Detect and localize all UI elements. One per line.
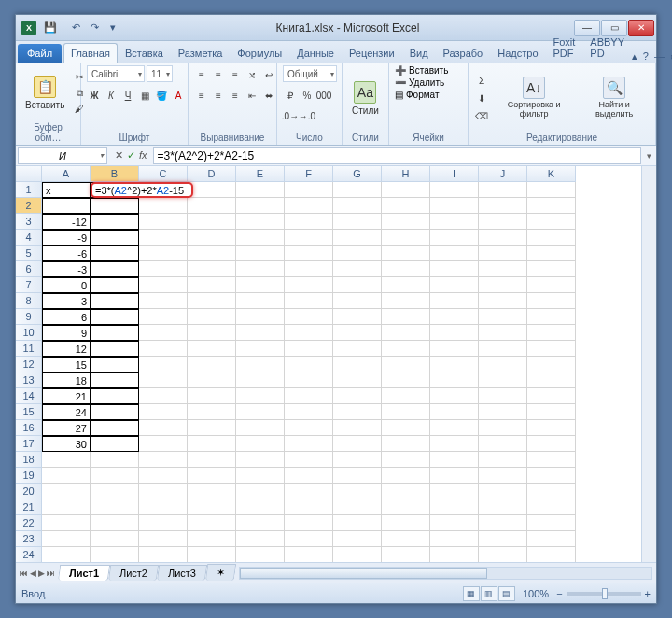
cell-B2[interactable] (91, 198, 139, 214)
cell-I1[interactable] (430, 182, 479, 198)
cell-A14[interactable]: 21 (42, 388, 91, 404)
cell-D17[interactable] (188, 436, 236, 452)
cell-A2[interactable] (42, 198, 91, 214)
cell-H13[interactable] (382, 372, 430, 388)
cell-I21[interactable] (430, 499, 479, 515)
cell-I15[interactable] (430, 404, 479, 420)
col-header-B[interactable]: B (91, 166, 139, 182)
cell-F19[interactable] (285, 468, 333, 484)
cell-G8[interactable] (333, 293, 382, 309)
find-select-button[interactable]: 🔍 Найти и выделить (579, 75, 650, 121)
cell-I5[interactable] (430, 246, 479, 261)
cell-G6[interactable] (333, 261, 382, 277)
cell-B21[interactable] (91, 499, 139, 515)
qat-redo[interactable]: ↷ (86, 20, 103, 36)
cell-G12[interactable] (333, 357, 382, 372)
cell-A3[interactable]: -12 (42, 214, 91, 230)
row-header-5[interactable]: 5 (16, 246, 42, 261)
cell-G22[interactable] (333, 515, 382, 531)
cell-F16[interactable] (285, 420, 333, 436)
cell-C21[interactable] (139, 499, 188, 515)
row-header-22[interactable]: 22 (16, 515, 42, 531)
formula-input[interactable]: =3*(A2^2)+2*A2-15 (153, 147, 641, 164)
number-format-combo[interactable]: Общий (283, 65, 337, 82)
cell-A18[interactable] (42, 452, 91, 468)
cell-I24[interactable] (430, 547, 479, 562)
cell-A8[interactable]: 3 (42, 293, 91, 309)
tab-data[interactable]: Данные (289, 43, 342, 63)
cell-H20[interactable] (382, 484, 430, 499)
cell-E9[interactable] (236, 309, 285, 325)
font-name-combo[interactable]: Calibri (87, 65, 145, 82)
cell-J1[interactable] (479, 182, 527, 198)
cell-H15[interactable] (382, 404, 430, 420)
col-header-E[interactable]: E (236, 166, 285, 182)
cell-F23[interactable] (285, 531, 333, 547)
orientation-icon[interactable]: ⤭ (245, 67, 259, 82)
cell-H21[interactable] (382, 499, 430, 515)
col-header-I[interactable]: I (430, 166, 479, 182)
cell-J11[interactable] (479, 341, 527, 357)
cell-C5[interactable] (139, 246, 188, 261)
cell-C15[interactable] (139, 404, 188, 420)
cell-D9[interactable] (188, 309, 236, 325)
cell-E18[interactable] (236, 452, 285, 468)
fill-color-button[interactable]: 🪣 (154, 88, 169, 103)
sheet-tab-3[interactable]: Лист3 (157, 565, 207, 581)
cell-B5[interactable] (91, 246, 139, 261)
view-layout-icon[interactable]: ▥ (481, 586, 497, 601)
cell-E4[interactable] (236, 230, 285, 246)
help-icon[interactable]: ? (643, 50, 649, 63)
row-header-23[interactable]: 23 (16, 531, 42, 547)
sheet-tab-1[interactable]: Лист1 (58, 565, 110, 581)
cell-F7[interactable] (285, 277, 333, 293)
cell-D5[interactable] (188, 246, 236, 261)
cell-C17[interactable] (139, 436, 188, 452)
cell-I11[interactable] (430, 341, 479, 357)
formula-enter-icon[interactable]: ✓ (127, 149, 135, 162)
cell-A23[interactable] (42, 531, 91, 547)
worksheet-area[interactable]: ABCDEFGHIJK1xy23-124-95-66-3708396109111… (16, 166, 656, 562)
cell-D21[interactable] (188, 499, 236, 515)
row-header-8[interactable]: 8 (16, 293, 42, 309)
cell-C12[interactable] (139, 357, 188, 372)
cell-K22[interactable] (527, 515, 576, 531)
cell-D3[interactable] (188, 214, 236, 230)
cell-D22[interactable] (188, 515, 236, 531)
currency-icon[interactable]: ₽ (283, 88, 298, 103)
cell-A4[interactable]: -9 (42, 230, 91, 246)
cell-G18[interactable] (333, 452, 382, 468)
cell-I2[interactable] (430, 198, 479, 214)
row-header-21[interactable]: 21 (16, 499, 42, 515)
clear-icon[interactable]: ⌫ (474, 108, 489, 123)
cell-D16[interactable] (188, 420, 236, 436)
cell-H17[interactable] (382, 436, 430, 452)
qat-undo[interactable]: ↶ (67, 20, 84, 36)
cell-I18[interactable] (430, 452, 479, 468)
row-header-17[interactable]: 17 (16, 436, 42, 452)
sort-filter-button[interactable]: A↓ Сортировка и фильтр (493, 75, 575, 121)
row-header-16[interactable]: 16 (16, 420, 42, 436)
cell-A5[interactable]: -6 (42, 246, 91, 261)
cell-J22[interactable] (479, 515, 527, 531)
ribbon-minimize-icon[interactable]: ▴ (632, 50, 637, 63)
cell-G16[interactable] (333, 420, 382, 436)
cell-A12[interactable]: 15 (42, 357, 91, 372)
cell-G5[interactable] (333, 246, 382, 261)
cell-G23[interactable] (333, 531, 382, 547)
cell-J24[interactable] (479, 547, 527, 562)
row-header-12[interactable]: 12 (16, 357, 42, 372)
cell-E19[interactable] (236, 468, 285, 484)
cell-H8[interactable] (382, 293, 430, 309)
cell-F14[interactable] (285, 388, 333, 404)
tab-file[interactable]: Файл (18, 44, 62, 63)
cell-B7[interactable] (91, 277, 139, 293)
cell-D8[interactable] (188, 293, 236, 309)
cell-J2[interactable] (479, 198, 527, 214)
cell-K17[interactable] (527, 436, 576, 452)
cell-J16[interactable] (479, 420, 527, 436)
tab-nav-prev-icon[interactable]: ◀ (30, 569, 36, 578)
cell-B23[interactable] (91, 531, 139, 547)
cell-C8[interactable] (139, 293, 188, 309)
cell-G9[interactable] (333, 309, 382, 325)
